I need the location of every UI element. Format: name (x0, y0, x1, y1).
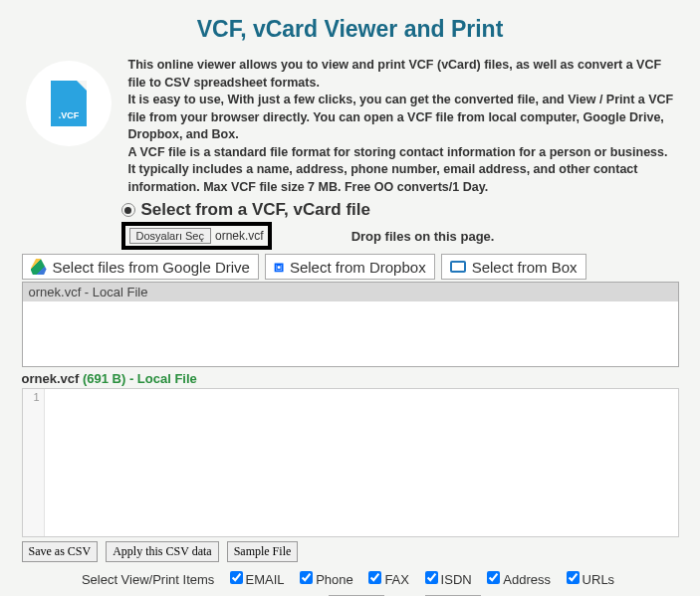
sample-file-button[interactable]: Sample File (227, 541, 299, 562)
list-item[interactable]: ornek.vcf - Local File (23, 283, 678, 301)
file-type-icon: .VCF (22, 57, 117, 196)
description-text: This online viewer allows you to view an… (128, 57, 679, 196)
email-checkbox[interactable] (230, 571, 243, 584)
csv-textarea[interactable] (45, 389, 678, 536)
isdn-checkbox[interactable] (425, 571, 438, 584)
box-icon (450, 261, 466, 273)
line-gutter: 1 (23, 389, 45, 536)
select-source-radio[interactable] (121, 203, 135, 217)
address-checkbox[interactable] (487, 571, 500, 584)
chosen-filename: ornek.vcf (215, 229, 264, 243)
file-status-line: ornek.vcf (691 B) - Local File (22, 371, 679, 386)
urls-checkbox[interactable] (567, 571, 580, 584)
select-box-button[interactable]: Select from Box (441, 254, 586, 280)
select-source-label: Select from a VCF, vCard file (141, 200, 371, 220)
page-title: VCF, vCard Viewer and Print (22, 16, 679, 43)
select-google-drive-button[interactable]: Select files from Google Drive (22, 254, 259, 280)
drop-hint: Drop files on this page. (351, 229, 495, 244)
selected-files-list[interactable]: ornek.vcf - Local File (22, 282, 679, 367)
google-drive-icon (31, 259, 47, 275)
save-as-csv-button[interactable]: Save as CSV (22, 541, 99, 562)
apply-csv-button[interactable]: Apply this CSV data (106, 541, 218, 562)
select-dropbox-button[interactable]: ⧈ Select from Dropbox (265, 254, 435, 280)
fax-checkbox[interactable] (368, 571, 381, 584)
choose-files-button[interactable]: Dosyaları Seç (129, 228, 211, 244)
file-input-highlight: Dosyaları Seç ornek.vcf (121, 222, 272, 250)
phone-checkbox[interactable] (300, 571, 313, 584)
dropbox-icon: ⧈ (274, 258, 284, 276)
csv-editor[interactable]: 1 (22, 388, 679, 537)
select-items-label: Select View/Print Items (82, 572, 214, 587)
